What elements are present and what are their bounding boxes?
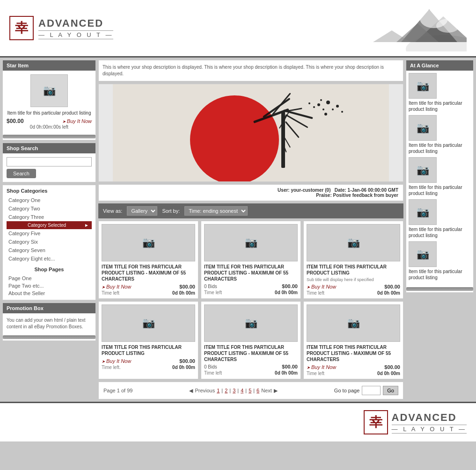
search-input[interactable] xyxy=(7,157,92,166)
svg-point-18 xyxy=(322,108,324,110)
product-price-6: $00.00 xyxy=(384,364,400,370)
category-five[interactable]: Category Five xyxy=(7,229,92,238)
time-label-1: Time left xyxy=(102,290,119,296)
category-three[interactable]: Category Three xyxy=(7,213,92,221)
category-one[interactable]: Category One xyxy=(7,196,92,204)
about-seller[interactable]: About the Seller xyxy=(7,289,92,297)
star-item-time: 0d 0h:00m:00s left xyxy=(7,124,92,130)
time-label-5: Time left xyxy=(204,370,222,376)
product-card-2: 📷 ITEM TITLE FOR THIS PARTICULAR PRODUCT… xyxy=(201,221,301,299)
sort-select[interactable]: Time: ending soonest xyxy=(184,206,248,216)
category-two[interactable]: Category Two xyxy=(7,204,92,213)
product-price-5: $00.00 xyxy=(282,364,298,369)
pagination-goto: Go to page Go xyxy=(334,386,398,395)
glance-camera-3: 📷 xyxy=(417,164,429,176)
pagination-bar: Page 1 of 99 ◀ Previous 1 | 2 | 3 | 4 | … xyxy=(98,382,403,399)
promo-divider xyxy=(3,335,95,339)
left-sidebar: Star Item 📷 Item title for this particul… xyxy=(2,60,96,399)
view-label: View as: xyxy=(103,208,122,214)
right-sidebar: At A Glance 📷 Item title for this partic… xyxy=(406,60,474,399)
prev-button[interactable]: Previous xyxy=(195,388,215,393)
footer-logo-kanji: 幸 xyxy=(369,413,382,431)
glance-title-3: Item title for this particular product l… xyxy=(409,184,471,196)
shop-pages-title: Shop Pages xyxy=(7,267,92,272)
page-4[interactable]: 4 xyxy=(241,388,243,393)
product-time-row-5: Time left 0d 0h 00m xyxy=(204,370,298,376)
time-label-6: Time left xyxy=(307,371,324,376)
logo-advanced: ADVANCED xyxy=(38,17,113,29)
categories-section: Shop Categories Category One Category Tw… xyxy=(3,185,95,300)
goto-label: Go to page xyxy=(334,388,359,393)
product-buy-4[interactable]: Buy It Now xyxy=(102,358,131,364)
star-item-price-row: $00.00 Buy It Now xyxy=(7,118,92,124)
product-price-2: $00.00 xyxy=(282,283,298,289)
time-value-2: 0d 0h 00m xyxy=(275,290,298,295)
glance-thumb-1: 📷 xyxy=(409,73,437,99)
svg-point-17 xyxy=(317,103,320,106)
logo-text: ADVANCED — L A Y O U T — xyxy=(38,17,113,39)
product-title-3: ITEM TITLE FOR THIS PARTICULAR PRODUCT L… xyxy=(307,264,400,276)
page-5[interactable]: 5 xyxy=(249,388,251,393)
prev-arrow[interactable]: ◀ xyxy=(189,388,193,394)
page-one[interactable]: Page One xyxy=(7,275,92,282)
product-title-2: ITEM TITLE FOR THIS PARTICULAR PRODUCT L… xyxy=(204,264,298,282)
search-button[interactable]: Search xyxy=(7,169,36,178)
product-card-6: 📷 ITEM TITLE FOR THIS PARTICULAR PRODUCT… xyxy=(303,301,403,379)
product-buy-3[interactable]: Buy It Now xyxy=(307,284,336,289)
glance-divider xyxy=(406,287,473,291)
page-3[interactable]: 3 xyxy=(233,388,235,393)
page-2[interactable]: 2 xyxy=(225,388,227,393)
product-price-3: $00.00 xyxy=(384,284,400,289)
page-6[interactable]: 6 xyxy=(256,388,259,393)
glance-thumb-2: 📷 xyxy=(409,115,437,141)
categories-pages-box: Shop Categories Category One Category Tw… xyxy=(2,185,96,300)
product-buy-1[interactable]: Buy It Now xyxy=(102,284,131,289)
view-select[interactable]: Gallery xyxy=(127,206,157,216)
star-item-buy-now[interactable]: Buy It Now xyxy=(62,118,92,124)
star-item-header: Star Item xyxy=(3,60,95,71)
star-item-divider xyxy=(3,135,95,138)
goto-button[interactable]: Go xyxy=(383,386,398,395)
svg-point-21 xyxy=(332,108,334,110)
sort-label: Sort by: xyxy=(162,208,180,214)
shop-search-box: Shop Search Search xyxy=(2,143,96,182)
page-1[interactable]: 1 xyxy=(217,388,220,393)
svg-point-6 xyxy=(436,19,460,33)
glance-item-5: 📷 Item title for this particular product… xyxy=(409,241,471,281)
glance-title-2: Item title for this particular product l… xyxy=(409,142,471,154)
product-card-3: 📷 ITEM TITLE FOR THIS PARTICULAR PRODUCT… xyxy=(303,221,403,299)
at-a-glance-content: 📷 Item title for this particular product… xyxy=(406,71,473,286)
product-thumb-4: 📷 xyxy=(102,304,195,342)
product-title-1: ITEM TITLE FOR THIS PARTICULAR PRODUCT L… xyxy=(102,264,195,282)
svg-point-19 xyxy=(313,106,315,108)
glance-thumb-3: 📷 xyxy=(409,157,437,183)
category-selected[interactable]: Category Selected ► xyxy=(7,221,92,229)
goto-input[interactable] xyxy=(362,386,381,395)
at-a-glance-header: At A Glance xyxy=(406,60,473,71)
glance-item-1: 📷 Item title for this particular product… xyxy=(409,73,471,112)
product-buy-6[interactable]: Buy It Now xyxy=(307,364,336,370)
product-thumb-2: 📷 xyxy=(204,224,298,261)
footer: 幸 ADVANCED — L A Y O U T — xyxy=(0,402,476,441)
date-label: Date: xyxy=(335,188,348,193)
page-two[interactable]: Page Two etc... xyxy=(7,282,92,289)
glance-camera-4: 📷 xyxy=(417,206,429,218)
product-time-row-3: Time left 0d 0h 00m xyxy=(307,290,400,296)
category-seven[interactable]: Category Seven xyxy=(7,246,92,254)
category-eight[interactable]: Category Eight etc... xyxy=(7,254,92,263)
camera-icon: 📷 xyxy=(43,85,56,97)
logo-layout: — L A Y O U T — xyxy=(38,30,113,39)
star-item-title: Item title for this particular product l… xyxy=(7,110,92,116)
star-item-thumbnail: 📷 xyxy=(30,74,68,107)
next-button[interactable]: Next xyxy=(261,388,272,393)
mountain-illustration xyxy=(336,5,467,51)
category-six[interactable]: Category Six xyxy=(7,238,92,246)
product-title-4: ITEM TITLE FOR THIS PARTICULAR PRODUCT L… xyxy=(102,344,195,356)
product-card-4: 📷 ITEM TITLE FOR THIS PARTICULAR PRODUCT… xyxy=(98,301,198,379)
glance-item-4: 📷 Item title for this particular product… xyxy=(409,199,471,239)
shop-description: This is where your shop description is d… xyxy=(98,60,403,81)
time-label-4: Time left. xyxy=(102,365,121,370)
svg-point-20 xyxy=(326,101,330,104)
next-arrow[interactable]: ▶ xyxy=(274,388,278,394)
glance-title-4: Item title for this particular product l… xyxy=(409,226,471,239)
